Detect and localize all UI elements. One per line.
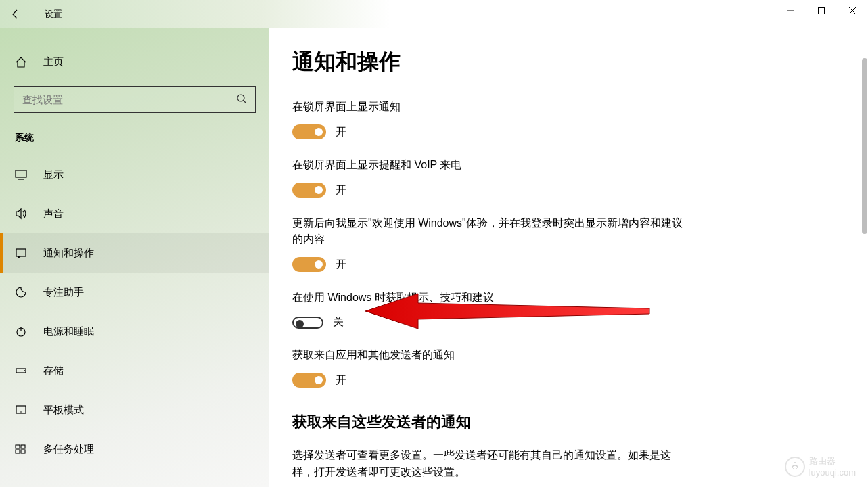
toggle-state-text: 关: [333, 315, 344, 329]
main-content: 通知和操作 在锁屏界面上显示通知 开 在锁屏界面上显示提醒和 VoIP 来电 开…: [269, 28, 868, 487]
sidebar-item-focus[interactable]: 专注助手: [0, 273, 269, 312]
section-senders-title: 获取来自这些发送者的通知: [292, 412, 841, 432]
search-input[interactable]: [22, 94, 236, 106]
setting-app-notifications: 获取来自应用和其他发送者的通知 开: [292, 347, 685, 388]
minimize-button[interactable]: [775, 0, 806, 22]
sidebar-item-label: 显示: [43, 168, 64, 181]
sidebar: 主页 系统 显示 声音 通知和操作 专注助手: [0, 28, 269, 487]
sidebar-item-label: 存储: [43, 365, 64, 377]
toggle-state-text: 开: [336, 183, 346, 198]
svg-line-5: [244, 101, 246, 103]
home-icon: [15, 56, 28, 68]
sidebar-item-notifications[interactable]: 通知和操作: [0, 233, 269, 273]
toggle-app-notifications[interactable]: [292, 373, 326, 388]
sidebar-item-multitask[interactable]: 多任务处理: [0, 430, 269, 469]
sidebar-item-tablet[interactable]: 平板模式: [0, 390, 269, 430]
maximize-button[interactable]: [806, 0, 837, 22]
focus-icon: [15, 286, 28, 298]
page-title: 通知和操作: [292, 47, 841, 77]
setting-lockscreen-reminders: 在锁屏界面上显示提醒和 VoIP 来电 开: [292, 157, 685, 198]
setting-tips: 在使用 Windows 时获取提示、技巧和建议 关: [292, 289, 685, 329]
setting-label: 在锁屏界面上显示通知: [292, 99, 685, 115]
setting-label: 在使用 Windows 时获取提示、技巧和建议: [292, 289, 685, 306]
sidebar-item-power[interactable]: 电源和睡眠: [0, 312, 269, 351]
sidebar-item-label: 多任务处理: [43, 443, 94, 456]
svg-point-14: [20, 411, 22, 413]
toggle-lockscreen-reminders[interactable]: [292, 183, 326, 198]
search-input-container[interactable]: [14, 86, 256, 113]
scrollbar[interactable]: [861, 28, 868, 487]
svg-rect-18: [21, 450, 25, 453]
power-icon: [15, 325, 28, 338]
setting-label: 更新后向我显示"欢迎使用 Windows"体验，并在我登录时突出显示新增内容和建…: [292, 215, 685, 248]
toggle-lockscreen-notifications[interactable]: [292, 124, 326, 139]
search-icon: [236, 93, 247, 106]
sidebar-item-label: 电源和睡眠: [43, 325, 94, 338]
setting-lockscreen-notifications: 在锁屏界面上显示通知 开: [292, 99, 685, 139]
sidebar-item-label: 专注助手: [43, 286, 84, 299]
setting-label: 在锁屏界面上显示提醒和 VoIP 来电: [292, 157, 685, 173]
sidebar-item-display[interactable]: 显示: [0, 155, 269, 194]
sidebar-item-label: 平板模式: [43, 404, 84, 417]
toggle-tips[interactable]: [292, 317, 323, 329]
sidebar-item-storage[interactable]: 存储: [0, 351, 269, 390]
svg-rect-16: [21, 445, 25, 448]
display-icon: [15, 168, 28, 181]
toggle-state-text: 开: [336, 258, 346, 272]
svg-point-12: [24, 370, 25, 371]
sidebar-home-label: 主页: [43, 55, 64, 68]
toggle-welcome-experience[interactable]: [292, 257, 326, 272]
back-button[interactable]: [0, 0, 31, 28]
close-button[interactable]: [837, 0, 868, 22]
sidebar-item-label: 声音: [43, 208, 64, 221]
svg-point-4: [237, 95, 244, 101]
svg-rect-15: [16, 445, 20, 448]
sound-icon: [15, 208, 28, 220]
sidebar-item-label: 通知和操作: [43, 247, 94, 260]
svg-rect-17: [16, 450, 20, 453]
notifications-icon: [15, 247, 28, 259]
svg-rect-8: [16, 249, 26, 256]
window-controls: [775, 0, 868, 22]
titlebar: 设置: [0, 0, 868, 28]
scrollbar-thumb[interactable]: [862, 58, 867, 234]
tablet-icon: [15, 404, 28, 416]
svg-rect-1: [819, 8, 825, 14]
window-title: 设置: [45, 8, 62, 20]
section-senders-desc: 选择发送者可查看更多设置。一些发送者还可能有其自己的通知设置。如果是这样，打开发…: [292, 447, 671, 481]
multitask-icon: [15, 443, 28, 455]
sidebar-category: 系统: [0, 113, 269, 155]
svg-rect-6: [16, 170, 26, 177]
toggle-state-text: 开: [336, 373, 346, 388]
toggle-state-text: 开: [336, 125, 346, 139]
sidebar-item-sound[interactable]: 声音: [0, 194, 269, 233]
sidebar-home[interactable]: 主页: [0, 49, 269, 75]
setting-welcome-experience: 更新后向我显示"欢迎使用 Windows"体验，并在我登录时突出显示新增内容和建…: [292, 215, 685, 272]
storage-icon: [15, 365, 28, 377]
setting-label: 获取来自应用和其他发送者的通知: [292, 347, 685, 363]
